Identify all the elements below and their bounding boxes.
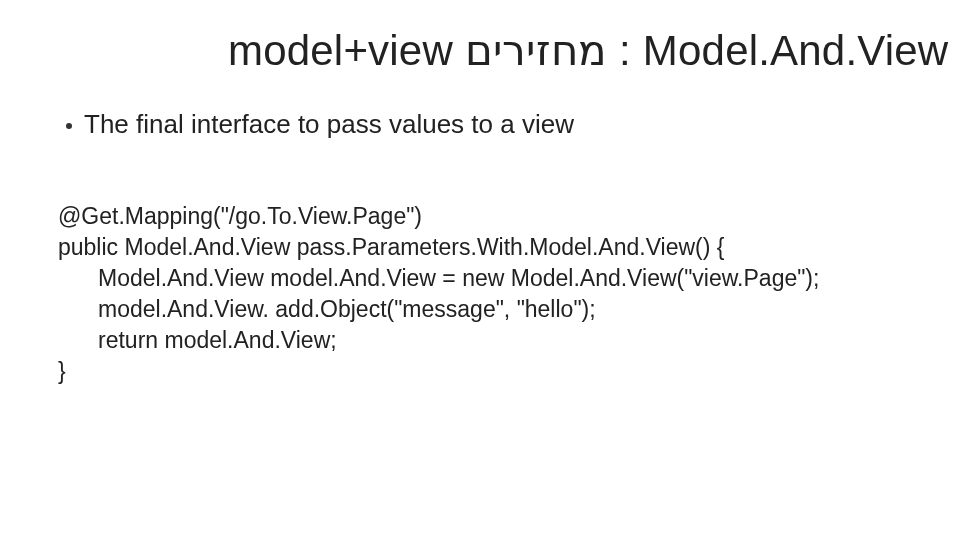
code-line-4: model.And.View. add.Object("message", "h… — [58, 294, 902, 325]
code-line-1: @Get.Mapping("/go.To.View.Page") — [58, 203, 422, 229]
slide: model+view מחזירים : Model.And.View The … — [0, 0, 960, 540]
bullet-item: The final interface to pass values to a … — [58, 109, 902, 140]
code-line-3: Model.And.View model.And.View = new Mode… — [58, 263, 902, 294]
bullet-dot-icon — [66, 123, 72, 129]
code-line-2: public Model.And.View pass.Parameters.Wi… — [58, 234, 724, 260]
slide-title: model+view מחזירים : Model.And.View — [58, 26, 902, 75]
code-line-6: } — [58, 358, 66, 384]
bullet-text: The final interface to pass values to a … — [84, 109, 574, 140]
code-line-5: return model.And.View; — [58, 325, 902, 356]
code-block: @Get.Mapping("/go.To.View.Page") public … — [58, 170, 902, 418]
